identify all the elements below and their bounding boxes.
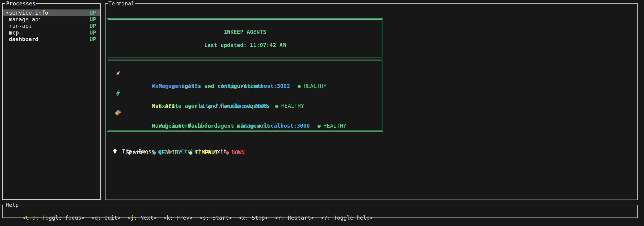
separator: : [36,215,42,221]
service-status: HEALTHY [281,103,304,109]
shortcut-prev: <k: Prev> [163,215,193,221]
process-status-badge: UP [90,10,96,16]
services-box: Management API→http://localhost:3002●HEA… [107,60,384,132]
lightning-icon [115,89,121,96]
bracket: > [311,215,314,221]
process-row-manage-api[interactable]: manage-api UP [3,16,100,23]
process-name: dashboard [9,36,38,43]
service-management-api: Management API→http://localhost:3002●HEA… [108,70,382,83]
help-panel: Help <C-a: Toggle focus><q: Quit><j: Nex… [2,205,638,218]
bracket: < [239,215,242,221]
processes-panel-title: Processes [6,1,36,7]
selected-indicator-icon [6,16,9,23]
lightbulb-icon [112,148,118,155]
app-root: { "colors": { "background": "#171717", "… [0,0,644,226]
process-row-mcp[interactable]: mcp UP [3,29,100,36]
shortcut-stop: <x: Stop> [239,215,268,221]
bracket: > [265,215,268,221]
service-name: Management API [152,83,198,89]
shortcut-key: C-a [26,215,36,221]
bracket: > [190,215,193,221]
shortcut-label: Prev [176,215,189,221]
service-url[interactable]: http://localhost:3000 [241,123,310,129]
separator: : [170,215,176,221]
help-shortcuts: <C-a: Toggle focus><q: Quit><j: Next><k:… [3,205,638,226]
selected-indicator-icon: • [6,10,9,16]
shortcut-label: Quit [104,215,117,221]
service-url[interactable]: http://localhost:3002 [222,83,290,89]
process-name: service-info [9,10,48,16]
bracket: > [82,215,85,221]
service-status: HEALTHY [304,83,326,89]
process-list: • service-info UP manage-api UP run-api … [3,4,100,43]
tip-line: Tip: Press q then Ctrl+C to exit [112,148,227,155]
terminal-panel[interactable]: Terminal INKEEP AGENTS Last updated: 11:… [105,3,638,200]
tip-text: then [161,148,181,155]
bracket: > [370,215,373,221]
service-management-dashboard: Management Dashboard→http://localhost:30… [108,109,382,122]
bracket: < [91,215,95,221]
healthy-dot-icon: ● [275,103,278,109]
separator: : [134,215,140,221]
shortcut-key: s [202,215,206,221]
process-status-badge: UP [90,36,96,43]
bracket: < [22,215,26,221]
shortcut-key: ? [324,215,327,221]
shortcut-label: Stop [252,215,265,221]
bracket: < [275,215,278,221]
service-url[interactable]: http://localhost:3003 [199,103,268,109]
service-name: Management Dashboard [152,123,218,129]
process-status-badge: UP [90,29,96,36]
arrow-icon: → [208,83,211,89]
bracket: < [127,215,130,221]
shortcut-label: Toggle focus [42,215,82,221]
banner-heading: INKEEP AGENTS [224,29,266,35]
process-name: manage-api [9,16,42,23]
process-name: run-api [9,23,32,29]
shortcut-key: x [242,215,245,221]
service-row: Run API→http://localhost:3003●HEALTHY [108,89,382,96]
banner-box: INKEEP AGENTS Last updated: 11:07:42 AM [107,19,384,58]
arrow-icon: → [188,103,192,109]
selected-indicator-icon [6,36,9,43]
shortcut-key: q [94,215,98,221]
service-run-api: Run API→http://localhost:3003●HEALTHY •E… [108,89,382,103]
process-row-dashboard[interactable]: dashboard UP [3,36,100,43]
shortcut-next: <j: Next> [127,215,157,221]
shortcut-label: Start [212,215,229,221]
tip-text: Tip: Press [122,148,158,155]
rocket-icon [115,70,121,76]
service-status: HEALTHY [324,123,346,129]
shortcut-label: Toggle help [334,215,370,221]
bracket: > [229,215,232,221]
tip-text: to exit [200,148,227,155]
bracket: > [117,215,121,221]
processes-panel[interactable]: Processes • service-info UP manage-api U… [2,3,101,200]
shortcut-restart: <r: Restart> [275,215,314,221]
shortcut-key: r [278,215,282,221]
separator: : [245,215,252,221]
bracket: < [163,215,167,221]
bracket: > [154,215,157,221]
healthy-dot-icon: ● [317,123,320,129]
terminal-panel-title: Terminal [108,1,135,7]
tip-key-ctrl-c: Ctrl+C [181,148,200,155]
banner-last-updated: Last updated: 11:07:42 AM [204,42,286,49]
palette-icon [115,109,121,116]
separator: : [98,215,104,221]
arrow-icon: → [231,123,235,129]
help-panel-title: Help [5,202,19,208]
separator: : [281,215,288,221]
process-status-badge: UP [90,16,96,23]
process-row-run-api[interactable]: run-api UP [3,23,100,29]
shortcut-label: Restart [288,215,311,221]
tip-key-q: q [158,148,161,155]
shortcut-start: <s: Start> [200,215,232,221]
shortcut-label: Next [140,215,154,221]
separator: : [327,215,334,221]
service-row: Management API→http://localhost:3002●HEA… [108,70,382,76]
service-name: Run API [152,103,175,109]
bracket: < [320,215,324,221]
process-row-service-info[interactable]: • service-info UP [3,10,100,16]
process-name: mcp [9,29,19,36]
